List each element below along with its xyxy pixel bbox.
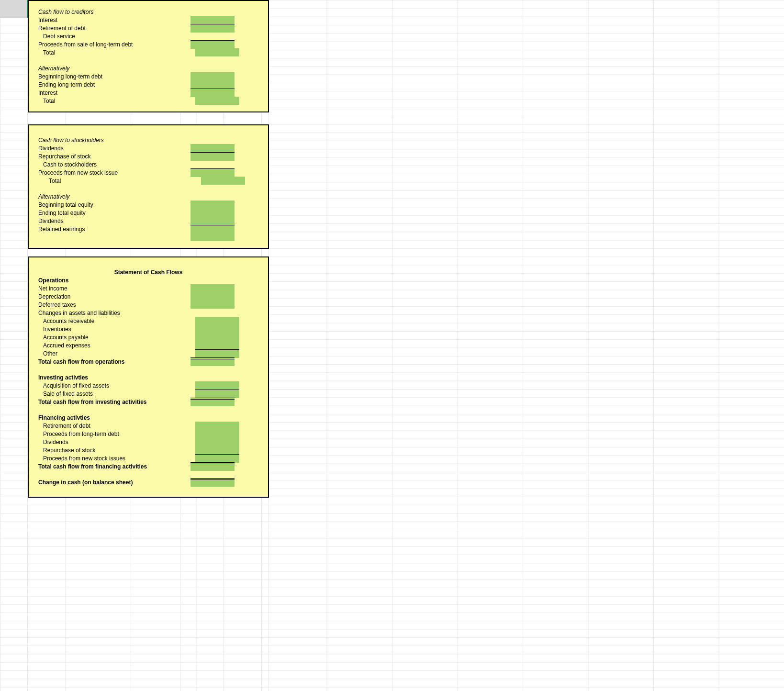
value-cell[interactable] xyxy=(190,152,235,161)
value-cell[interactable] xyxy=(190,144,235,152)
statement-title: Statement of Cash Flows xyxy=(38,269,258,276)
change-in-cash-label: Change in cash (on balance sheet) xyxy=(38,479,182,486)
line-label: Dividends xyxy=(38,439,187,446)
line-label: Total xyxy=(38,49,187,56)
line-label: Proceeds from new stock issues xyxy=(38,455,187,462)
value-cell[interactable] xyxy=(190,16,235,24)
value-cell[interactable] xyxy=(195,430,239,438)
change-in-cash-value[interactable] xyxy=(190,478,235,487)
financing-heading: Financing activties xyxy=(38,414,182,421)
line-label: Beginning total equity xyxy=(38,201,182,208)
value-cell[interactable] xyxy=(190,72,235,80)
value-cell[interactable] xyxy=(190,201,235,209)
value-cell[interactable] xyxy=(190,398,235,406)
value-cell[interactable] xyxy=(201,177,245,185)
alt-title: Alternatively xyxy=(38,65,182,72)
line-label: Retirement of debt xyxy=(38,25,182,32)
value-cell[interactable] xyxy=(195,317,239,325)
value-cell[interactable] xyxy=(190,284,235,292)
section-title: Cash flow to stockholders xyxy=(38,137,182,144)
value-cell[interactable] xyxy=(190,462,235,471)
line-label: Dividends xyxy=(38,145,182,152)
line-label: Proceeds from long-term debt xyxy=(38,431,187,437)
line-label: Accrued expenses xyxy=(38,342,187,349)
value-cell[interactable] xyxy=(190,89,235,97)
value-cell[interactable] xyxy=(195,333,239,341)
value-cell[interactable] xyxy=(195,325,239,333)
value-cell xyxy=(190,309,235,317)
line-label: Interest xyxy=(38,17,182,23)
line-label: Deferred taxes xyxy=(38,301,182,308)
line-label: Retained earnings xyxy=(38,226,182,233)
value-cell xyxy=(195,32,239,40)
line-label: Repurchase of stock xyxy=(38,447,187,454)
value-cell[interactable] xyxy=(195,381,239,390)
line-label: Total cash flow from financing activitie… xyxy=(38,463,182,470)
line-label: Accounts payable xyxy=(38,334,187,341)
value-cell[interactable] xyxy=(195,454,239,463)
value-cell[interactable] xyxy=(190,217,235,225)
value-cell[interactable] xyxy=(190,225,235,234)
line-label: Sale of fixed assets xyxy=(38,390,187,397)
statement-cashflows-box: Statement of Cash Flows Operations Net i… xyxy=(28,256,269,498)
value-cell[interactable] xyxy=(195,97,239,105)
investing-heading: Investing activties xyxy=(38,374,182,381)
line-label: Debt service xyxy=(38,33,187,40)
line-label: Changes in assets and liabilities xyxy=(38,310,182,316)
value-cell[interactable] xyxy=(190,357,235,366)
value-cell[interactable] xyxy=(190,301,235,309)
line-label: Interest xyxy=(38,89,182,96)
value-cell[interactable] xyxy=(190,292,235,301)
line-label: Dividends xyxy=(38,218,182,224)
line-label: Beginning long-term debt xyxy=(38,73,182,80)
line-label: Retirement of debt xyxy=(38,423,187,429)
value-cell[interactable] xyxy=(195,438,239,446)
line-label: Depreciation xyxy=(38,293,182,300)
line-label: Accounts receivable xyxy=(38,318,187,324)
operations-heading: Operations xyxy=(38,277,182,284)
line-label: Other xyxy=(38,350,187,357)
cashflow-creditors-box: Cash flow to creditors InterestRetiremen… xyxy=(28,0,269,112)
line-label: Acquisition of fixed assets xyxy=(38,382,187,389)
line-label: Net income xyxy=(38,285,182,292)
value-cell[interactable] xyxy=(195,349,239,358)
line-label: Ending long-term debt xyxy=(38,81,182,88)
line-label: Ending total equity xyxy=(38,210,182,216)
value-cell[interactable] xyxy=(190,168,235,177)
alt-title: Alternatively xyxy=(38,193,182,200)
value-cell[interactable] xyxy=(190,233,235,241)
spreadsheet-sheet[interactable]: Cash flow to creditors InterestRetiremen… xyxy=(0,0,784,691)
line-label: Proceeds from new stock issue xyxy=(38,169,182,176)
value-cell[interactable] xyxy=(195,341,239,349)
value-cell[interactable] xyxy=(190,80,235,89)
line-label: Inventories xyxy=(38,326,187,333)
line-label: Cash to stockholders xyxy=(38,161,187,168)
cashflow-stockholders-box: Cash flow to stockholders DividendsRepur… xyxy=(28,124,269,249)
section-title: Cash flow to creditors xyxy=(38,9,182,15)
value-cell[interactable] xyxy=(195,390,239,398)
line-label: Total cash flow from investing activitie… xyxy=(38,399,182,405)
line-label: Total xyxy=(38,178,192,184)
line-label: Total cash flow from operations xyxy=(38,358,182,365)
value-cell[interactable] xyxy=(190,40,235,49)
line-label: Total xyxy=(38,98,187,104)
value-cell[interactable] xyxy=(195,422,239,430)
value-cell xyxy=(195,160,239,168)
value-cell[interactable] xyxy=(190,24,235,33)
line-label: Repurchase of stock xyxy=(38,153,182,160)
value-cell[interactable] xyxy=(195,48,239,56)
line-label: Proceeds from sale of long-term debt xyxy=(38,41,182,48)
value-cell[interactable] xyxy=(195,446,239,454)
value-cell[interactable] xyxy=(190,209,235,217)
